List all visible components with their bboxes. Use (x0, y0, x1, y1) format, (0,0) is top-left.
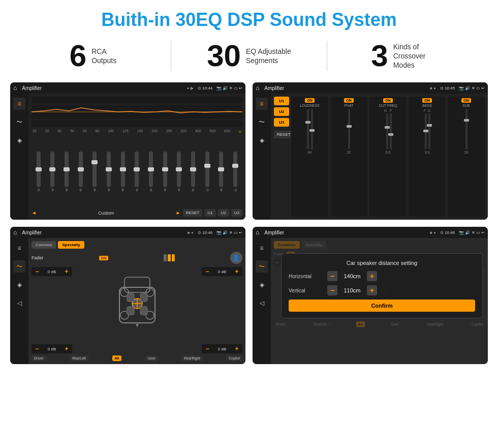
eq-sidebar-speaker-icon[interactable]: ◈ (13, 134, 25, 146)
distance-sidebar-wave-icon[interactable]: 〜 (256, 260, 268, 273)
crossover-time: ⊙ 10:45 (440, 86, 455, 91)
fader-right-bottom-minus[interactable]: − (204, 345, 211, 352)
fader-bar-2 (168, 254, 171, 261)
crossover-u-col: U1 U2 U3 RESET (274, 97, 289, 217)
distance-screen-title: Amplifier (264, 230, 428, 235)
eq-slider-1[interactable]: 0 (37, 152, 41, 192)
eq-sidebar-wave-icon[interactable]: 〜 (13, 116, 25, 128)
fader-right-bottom-plus[interactable]: + (233, 345, 240, 352)
distance-specialty-tab[interactable]: Specialty (302, 241, 326, 249)
eq-graph (32, 97, 242, 127)
crossover-u3-btn[interactable]: U3 (274, 118, 289, 127)
eq-u1-btn[interactable]: U1 (204, 209, 215, 217)
eq-slider-6[interactable]: 0 (107, 152, 111, 192)
confirm-button[interactable]: Confirm (289, 300, 475, 312)
eq-slider-2[interactable]: 0 (50, 152, 54, 192)
crossover-sidebar-speaker-icon[interactable]: ◈ (256, 134, 268, 146)
fader-person-icon[interactable]: 👤 (230, 252, 242, 264)
fader-specialty-tab[interactable]: Specialty (58, 241, 84, 249)
cutfreq-on-btn[interactable]: ON (383, 98, 393, 103)
fader-right-top-plus[interactable]: + (233, 268, 240, 275)
eq-slider-7[interactable]: 0 (121, 152, 125, 192)
sub-val: 20 (464, 151, 469, 154)
eq-status-bar: ⌂ Amplifier ● ▶ ⊙ 10:44 📷 🔊 ✕ ▭ ↩ (10, 82, 245, 94)
distance-sidebar-speaker-icon[interactable]: ◈ (256, 279, 268, 291)
stat-crossover-label: Kinds ofCrossover Modes (393, 42, 439, 70)
eq-slider-12[interactable]: 0 (191, 152, 195, 192)
fader-common-tab[interactable]: Common (32, 241, 56, 249)
fader-user-btn[interactable]: User (145, 355, 158, 361)
eq-u2-btn[interactable]: U2 (218, 209, 229, 217)
crossover-u1-btn[interactable]: U1 (274, 97, 289, 105)
eq-next-icon[interactable]: ► (176, 210, 181, 216)
fader-on-btn[interactable]: ON (99, 256, 109, 260)
eq-u3-btn[interactable]: U3 (231, 209, 242, 217)
sub-on-btn[interactable]: ON (461, 98, 471, 103)
eq-home-icon[interactable]: ⌂ (13, 84, 17, 92)
eq-slider-3[interactable]: 0 (65, 152, 69, 192)
crossover-sidebar-wave-icon[interactable]: 〜 (256, 116, 268, 128)
fader-left-top-minus[interactable]: − (34, 268, 41, 275)
fader-driver-btn[interactable]: Driver (32, 355, 46, 361)
crossover-u2-btn[interactable]: U2 (274, 107, 289, 116)
fader-bar-1 (164, 254, 167, 261)
fader-right-bottom-val: 0 dB (212, 347, 232, 351)
eq-slider-13[interactable]: -1 (205, 152, 209, 192)
eq-slider-10[interactable]: 0 (163, 152, 167, 192)
loudness-on-btn[interactable]: ON (305, 98, 315, 103)
horizontal-minus-btn[interactable]: − (327, 271, 337, 281)
eq-sidebar: ≡ 〜 ◈ (10, 94, 28, 220)
crossover-home-icon[interactable]: ⌂ (256, 84, 259, 92)
vertical-minus-btn[interactable]: − (327, 285, 337, 295)
bass-on-btn[interactable]: ON (422, 98, 432, 103)
screen-crossover: ⌂ Amplifier ■ ● ⊙ 10:45 📷 🔊 ✕ ▭ ↩ ≡ 〜 ◈ … (253, 82, 488, 220)
vertical-plus-btn[interactable]: + (367, 285, 377, 295)
distance-common-tab[interactable]: Common (274, 241, 300, 249)
eq-time: ⊙ 10:44 (198, 86, 212, 91)
eq-reset-btn[interactable]: RESET (183, 209, 203, 217)
distance-sidebar-volume-icon[interactable]: ◁ (256, 297, 268, 309)
fader-left-top-plus[interactable]: + (63, 268, 70, 275)
eq-slider-11[interactable]: 0 (177, 152, 181, 192)
crossover-sidebar-eq-icon[interactable]: ≡ (256, 98, 268, 110)
fader-left-bottom-plus[interactable]: + (63, 345, 70, 352)
eq-slider-4[interactable]: 0 (79, 152, 83, 192)
crossover-reset-btn[interactable]: RESET (274, 131, 294, 138)
eq-freq-labels: 2532405063 80100125160200 25032040050063… (32, 129, 242, 134)
horizontal-plus-btn[interactable]: + (367, 271, 377, 281)
eq-slider-15[interactable]: -1 (233, 152, 237, 192)
loudness-val: 64 (308, 151, 312, 154)
fader-sidebar-speaker-icon[interactable]: ◈ (13, 279, 25, 291)
fader-main-area: Common Specialty Fader ON 👤 (28, 238, 245, 364)
vertical-control: − 110cm + (327, 285, 475, 295)
fader-rearleft-btn[interactable]: RearLeft (70, 355, 88, 361)
fader-all-btn[interactable]: All (112, 355, 122, 361)
dialog-title: Car speaker distance setting (289, 260, 475, 266)
phat-val: 32 (347, 151, 351, 154)
eq-sidebar-eq-icon[interactable]: ≡ (13, 98, 25, 110)
vertical-label: Vertical (289, 288, 324, 293)
sub-title: SUB (462, 104, 470, 107)
eq-slider-8[interactable]: 0 (135, 152, 139, 192)
module-bass: ON BASS F G (409, 97, 446, 217)
screens-grid: ⌂ Amplifier ● ▶ ⊙ 10:44 📷 🔊 ✕ ▭ ↩ ≡ 〜 ◈ (0, 78, 498, 372)
eq-slider-5[interactable]: 5 (92, 152, 97, 192)
phat-on-btn[interactable]: ON (344, 98, 354, 103)
eq-slider-9[interactable]: 0 (149, 152, 153, 192)
stat-rca-number: 6 (70, 41, 86, 71)
distance-content: ≡ 〜 ◈ ◁ Common Specialty Fader ON (253, 238, 488, 364)
eq-slider-14[interactable]: 0 (219, 152, 223, 192)
fader-sidebar-volume-icon[interactable]: ◁ (13, 297, 25, 309)
fader-sidebar-wave-icon[interactable]: 〜 (13, 260, 25, 273)
fader-home-icon[interactable]: ⌂ (13, 229, 17, 236)
distance-sidebar-eq-icon[interactable]: ≡ (256, 242, 268, 254)
distance-home-icon[interactable]: ⌂ (256, 229, 259, 236)
stats-row: 6 RCAOutputs 30 EQ AdjustableSegments 3 … (0, 36, 498, 78)
eq-prev-icon[interactable]: ◄ (32, 210, 37, 216)
bass-val: 3.0 (425, 151, 430, 154)
fader-right-top-minus[interactable]: − (204, 268, 211, 275)
fader-rearright-btn[interactable]: RearRight (181, 355, 203, 361)
fader-sidebar-eq-icon[interactable]: ≡ (13, 242, 25, 254)
fader-copilot-btn[interactable]: Copilot (226, 355, 242, 361)
fader-left-bottom-minus[interactable]: − (34, 345, 41, 352)
